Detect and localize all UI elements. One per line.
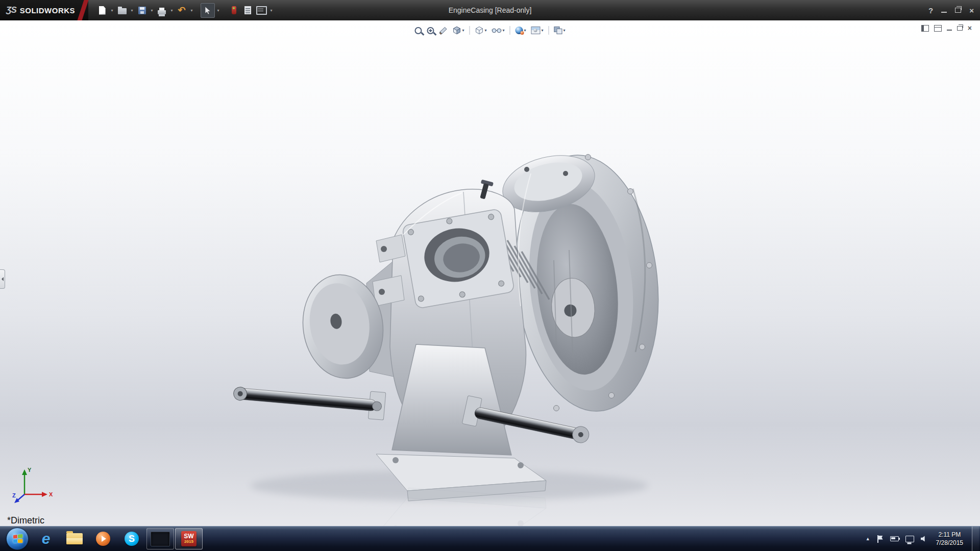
- solidworks-logo: ƷS SOLIDWORKS: [0, 0, 88, 20]
- show-desktop-button[interactable]: [972, 527, 979, 551]
- doc-close-button[interactable]: ×: [968, 24, 972, 32]
- display-style-icon: [475, 26, 483, 35]
- section-view-icon: [439, 27, 447, 35]
- options-icon: [256, 6, 267, 15]
- skype-button[interactable]: S: [118, 528, 145, 549]
- close-button[interactable]: ×: [969, 7, 974, 14]
- windows-taskbar: e S SW 2015 ▲ 2:11 PM 7/28/2015: [0, 526, 980, 551]
- toolbar-separator: [549, 26, 549, 35]
- y-axis-label: Y: [28, 467, 32, 473]
- x-axis-label: X: [49, 491, 53, 497]
- heads-up-view-toolbar: ▾ ▾ ▾ ▾ ▾ ▾: [413, 24, 567, 36]
- restore-button[interactable]: [955, 8, 961, 13]
- pane-split-icon[interactable]: [934, 25, 942, 32]
- solidworks-logo-text: SOLIDWORKS: [20, 6, 75, 15]
- options-button[interactable]: [255, 4, 268, 17]
- internet-explorer-button[interactable]: e: [32, 528, 60, 549]
- help-button[interactable]: ?: [928, 6, 933, 15]
- undo-dropdown-arrow[interactable]: ▾: [189, 8, 194, 13]
- new-document-button[interactable]: [95, 4, 109, 17]
- open-dropdown-arrow[interactable]: ▾: [129, 8, 135, 13]
- select-dropdown-arrow[interactable]: ▾: [215, 8, 221, 13]
- apply-scene-button[interactable]: ▾: [530, 25, 545, 36]
- zoom-to-fit-button[interactable]: [413, 26, 423, 36]
- section-view-button[interactable]: [437, 25, 449, 36]
- hide-show-items-dropdown[interactable]: ▾: [502, 28, 504, 33]
- command-window-button[interactable]: [146, 528, 174, 549]
- toolbar-separator: [510, 26, 510, 35]
- view-settings-button[interactable]: ▾: [553, 25, 567, 36]
- file-properties-icon: [244, 6, 251, 14]
- volume-icon[interactable]: [921, 536, 927, 542]
- clock-time: 2:11 PM: [936, 531, 963, 539]
- media-player-icon: [96, 532, 110, 546]
- toolbar-separator: [469, 26, 470, 35]
- zoom-to-area-button[interactable]: [425, 26, 435, 36]
- new-dropdown-arrow[interactable]: ▾: [109, 8, 115, 13]
- file-properties-button[interactable]: [241, 4, 254, 17]
- doc-restore-button[interactable]: [957, 26, 963, 31]
- solidworks-taskbar-button[interactable]: SW 2015: [175, 528, 203, 549]
- graphics-area[interactable]: ▾ ▾ ▾ ▾ ▾ ▾: [0, 20, 980, 526]
- feature-manager-collapse-handle[interactable]: [0, 269, 5, 289]
- model-canvas[interactable]: [0, 20, 980, 526]
- print-button[interactable]: [155, 4, 168, 17]
- view-orientation-cube-icon: [452, 26, 461, 35]
- start-button[interactable]: [6, 528, 29, 550]
- document-window-controls: ×: [921, 24, 972, 32]
- solidworks-2015-icon: SW 2015: [181, 531, 197, 546]
- document-title: EngineCasing [Read-only]: [449, 6, 532, 14]
- pane-left-icon[interactable]: [921, 25, 929, 32]
- system-tray: ▲ 2:11 PM 7/28/2015: [866, 527, 980, 551]
- edit-appearance-dropdown[interactable]: ▾: [524, 28, 526, 33]
- action-center-icon[interactable]: [877, 535, 884, 543]
- clock-date: 7/28/2015: [936, 539, 963, 547]
- print-dropdown-arrow[interactable]: ▾: [169, 8, 175, 13]
- display-icon[interactable]: [905, 536, 914, 542]
- taskbar-clock[interactable]: 2:11 PM 7/28/2015: [936, 531, 963, 547]
- engine-casing-model[interactable]: [232, 146, 670, 501]
- windows-logo-icon: [13, 534, 22, 543]
- hide-show-items-button[interactable]: ▾: [490, 26, 506, 35]
- undo-icon: ↶: [178, 6, 186, 15]
- save-dropdown-arrow[interactable]: ▾: [149, 8, 155, 13]
- skype-icon: S: [125, 532, 139, 546]
- select-button[interactable]: [201, 3, 215, 18]
- print-icon: [158, 10, 166, 14]
- new-document-icon: [99, 6, 106, 15]
- apply-scene-dropdown[interactable]: ▾: [542, 28, 544, 33]
- view-settings-dropdown[interactable]: ▾: [564, 28, 566, 33]
- solidworks-logo-icon: ƷS: [6, 5, 16, 15]
- select-cursor-icon: [205, 7, 211, 14]
- command-window-icon: [151, 532, 170, 546]
- z-axis-label: Z: [12, 492, 16, 498]
- zoom-to-fit-icon: [414, 27, 422, 34]
- titlebar: ƷS SOLIDWORKS ▾ ▾ ▾ ▾ ↶ ▾ ▾ ▾ EngineCas: [0, 0, 980, 20]
- main-toolbar: ▾ ▾ ▾ ▾ ↶ ▾ ▾ ▾: [95, 0, 274, 20]
- rebuild-button[interactable]: [227, 4, 240, 17]
- battery-icon[interactable]: [890, 536, 899, 541]
- z-axis: [17, 494, 24, 500]
- view-settings-icon: [554, 27, 562, 34]
- save-button[interactable]: [135, 4, 149, 17]
- orientation-triad: Y X Z: [12, 465, 56, 508]
- edit-appearance-button[interactable]: ▾: [514, 25, 528, 36]
- view-orientation-button[interactable]: ▾: [451, 24, 465, 36]
- tray-expand-button[interactable]: ▲: [866, 536, 870, 541]
- internet-explorer-icon: e: [42, 531, 51, 546]
- open-folder-icon: [118, 8, 127, 14]
- minimize-button[interactable]: [941, 12, 947, 13]
- display-style-dropdown[interactable]: ▾: [484, 28, 486, 33]
- open-button[interactable]: [115, 4, 129, 17]
- rebuild-icon: [232, 6, 236, 14]
- solidworks-application: ƷS SOLIDWORKS ▾ ▾ ▾ ▾ ↶ ▾ ▾ ▾ EngineCas: [0, 0, 980, 551]
- media-player-button[interactable]: [89, 528, 117, 549]
- view-orientation-dropdown[interactable]: ▾: [462, 28, 464, 33]
- undo-button[interactable]: ↶: [175, 4, 188, 17]
- options-dropdown-arrow[interactable]: ▾: [268, 8, 274, 13]
- file-explorer-icon: [66, 533, 83, 544]
- file-explorer-button[interactable]: [61, 528, 88, 549]
- mount-rod-left: [232, 380, 386, 420]
- doc-minimize-button[interactable]: [947, 30, 952, 31]
- display-style-button[interactable]: ▾: [473, 24, 488, 36]
